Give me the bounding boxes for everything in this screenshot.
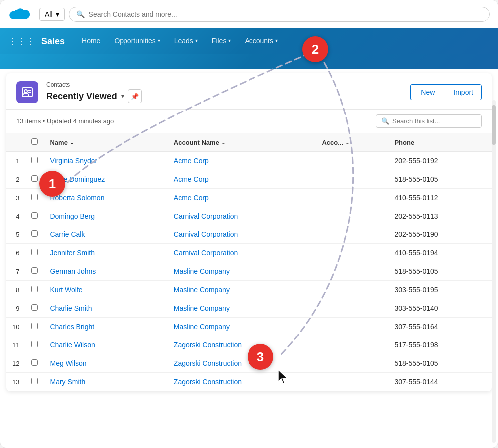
- chevron-down-icon: ▾: [275, 38, 278, 43]
- contact-name-link[interactable]: Carrie Calk: [50, 230, 85, 238]
- row-name-cell: Kurt Wolfe: [44, 281, 167, 299]
- row-checkbox-cell: [25, 262, 44, 281]
- account-name-link[interactable]: Masline Company: [174, 286, 230, 294]
- row-name-cell: Domingo Berg: [44, 207, 167, 225]
- account-name-link[interactable]: Carnival Corporation: [174, 230, 238, 238]
- account-name-link[interactable]: Masline Company: [174, 304, 230, 312]
- contact-name-link[interactable]: German Johns: [50, 267, 96, 275]
- nav-label-opportunities: Opportunities: [114, 37, 155, 45]
- apps-grid-icon[interactable]: ⋮⋮⋮: [8, 36, 35, 47]
- account-name-link[interactable]: Carnival Corporation: [174, 249, 238, 257]
- list-search-input[interactable]: [392, 117, 476, 125]
- account-name-link[interactable]: Masline Company: [174, 267, 230, 275]
- row-acco-cell: [316, 152, 388, 170]
- chevron-down-icon: ▾: [195, 38, 198, 43]
- row-number: 3: [6, 189, 25, 207]
- row-acco-cell: [316, 244, 388, 262]
- contact-name-link[interactable]: Domingo Berg: [50, 212, 95, 220]
- chevron-down-icon: ▾: [56, 10, 59, 18]
- scroll-track[interactable]: [492, 100, 496, 443]
- svg-point-1: [24, 90, 27, 93]
- search-scope-select[interactable]: All ▾: [39, 8, 65, 21]
- row-checkbox[interactable]: [31, 359, 38, 366]
- nav-item-files[interactable]: Files ▾: [205, 28, 238, 54]
- contact-name-link[interactable]: Roberta Solomon: [50, 194, 104, 202]
- row-phone-cell: 202-555-0192: [388, 152, 492, 170]
- row-name-cell: Charles Bright: [44, 318, 167, 336]
- row-number: 10: [6, 318, 25, 336]
- global-search-wrap: 🔍: [69, 7, 490, 22]
- row-acco-cell: [316, 318, 388, 336]
- row-checkbox[interactable]: [31, 212, 38, 219]
- row-checkbox[interactable]: [31, 194, 38, 200]
- row-checkbox[interactable]: [31, 230, 38, 237]
- contacts-header: Contacts Recently Viewed ▾ 📌 New Import: [6, 73, 492, 110]
- row-checkbox[interactable]: [31, 323, 38, 329]
- row-checkbox[interactable]: [31, 341, 38, 347]
- row-checkbox[interactable]: [31, 304, 38, 311]
- select-all-checkbox[interactable]: [31, 138, 38, 145]
- scroll-thumb[interactable]: [492, 105, 496, 145]
- nav-label-accounts: Accounts: [245, 37, 273, 45]
- contact-name-link[interactable]: Virginia Snyder: [50, 157, 97, 165]
- col-acco[interactable]: Acco... ⌄: [316, 133, 388, 152]
- account-name-link[interactable]: Acme Corp: [174, 175, 209, 183]
- col-acco-label: Acco... ⌄: [322, 139, 349, 146]
- row-phone-cell: 518-555-0105: [388, 170, 492, 189]
- app-window: All ▾ 🔍 ⋮⋮⋮ Sales Home Opportunities ▾ L…: [0, 0, 498, 448]
- row-account-cell: Masline Company: [168, 299, 316, 318]
- row-phone-cell: 307-555-0144: [388, 373, 492, 391]
- row-checkbox[interactable]: [31, 157, 38, 163]
- contact-name-link[interactable]: Nellie Dominguez: [50, 175, 105, 183]
- account-name-link[interactable]: Zagorski Construction: [174, 359, 242, 367]
- nav-label-leads: Leads: [174, 37, 193, 45]
- account-name-link[interactable]: Carnival Corporation: [174, 212, 238, 220]
- chevron-down-icon[interactable]: ▾: [121, 93, 124, 100]
- row-account-cell: Zagorski Construction: [168, 354, 316, 373]
- contact-name-link[interactable]: Charlie Wilson: [50, 341, 95, 349]
- contact-name-link[interactable]: Meg Wilson: [50, 359, 86, 367]
- row-phone-cell: 202-555-0113: [388, 207, 492, 225]
- global-search-input[interactable]: [89, 10, 482, 18]
- row-checkbox[interactable]: [31, 249, 38, 255]
- row-checkbox[interactable]: [31, 378, 38, 384]
- nav-item-leads[interactable]: Leads ▾: [167, 28, 205, 54]
- row-account-cell: Masline Company: [168, 318, 316, 336]
- row-number: 11: [6, 336, 25, 354]
- new-button[interactable]: New: [410, 84, 445, 100]
- contacts-section-label: Contacts: [46, 81, 402, 88]
- account-name-link[interactable]: Zagorski Construction: [174, 341, 242, 349]
- contact-name-link[interactable]: Kurt Wolfe: [50, 286, 82, 294]
- col-name[interactable]: Name ⌄: [44, 133, 167, 152]
- col-account-name[interactable]: Account Name ⌄: [168, 133, 316, 152]
- row-number: 9: [6, 299, 25, 318]
- row-checkbox[interactable]: [31, 286, 38, 292]
- row-checkbox-cell: [25, 244, 44, 262]
- row-account-cell: Masline Company: [168, 281, 316, 299]
- contact-name-link[interactable]: Mary Smith: [50, 378, 85, 386]
- row-checkbox-cell: [25, 318, 44, 336]
- sort-icon: ⌄: [70, 140, 74, 145]
- row-account-cell: Masline Company: [168, 262, 316, 281]
- row-checkbox[interactable]: [31, 175, 38, 182]
- nav-item-opportunities[interactable]: Opportunities ▾: [107, 28, 167, 54]
- nav-bar: ⋮⋮⋮ Sales Home Opportunities ▾ Leads ▾ F…: [0, 28, 498, 54]
- pin-button[interactable]: 📌: [128, 89, 142, 103]
- row-name-cell: Mary Smith: [44, 373, 167, 391]
- import-button[interactable]: Import: [445, 84, 482, 100]
- nav-item-home[interactable]: Home: [75, 28, 107, 54]
- account-name-link[interactable]: Zagorski Construction: [174, 378, 242, 386]
- account-name-link[interactable]: Acme Corp: [174, 157, 209, 165]
- nav-label-files: Files: [212, 37, 227, 45]
- row-checkbox-cell: [25, 170, 44, 189]
- account-name-link[interactable]: Masline Company: [174, 323, 230, 331]
- nav-item-accounts[interactable]: Accounts ▾: [238, 28, 285, 54]
- row-acco-cell: [316, 373, 388, 391]
- row-acco-cell: [316, 281, 388, 299]
- row-checkbox[interactable]: [31, 267, 38, 274]
- contacts-icon: [16, 81, 38, 103]
- contact-name-link[interactable]: Charlie Smith: [50, 304, 92, 312]
- contact-name-link[interactable]: Charles Bright: [50, 323, 94, 331]
- account-name-link[interactable]: Acme Corp: [174, 194, 209, 202]
- contact-name-link[interactable]: Jennifer Smith: [50, 249, 94, 257]
